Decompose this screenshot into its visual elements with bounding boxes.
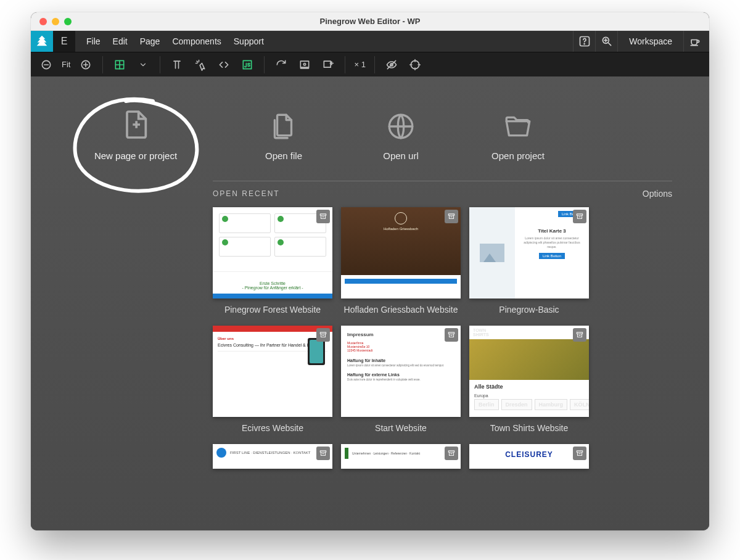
recent-card[interactable]: Hofladen Griessbach Hofladen Griessbach …: [341, 207, 461, 315]
recent-card[interactable]: Unternehmen · Leistungen · Referenzen · …: [341, 444, 461, 469]
open-project-action[interactable]: Open project: [481, 111, 555, 161]
svg-point-1: [584, 44, 585, 44]
zoom-out-button[interactable]: [38, 57, 54, 73]
menu-support[interactable]: Support: [234, 36, 264, 46]
menu-page[interactable]: Page: [140, 36, 160, 46]
project-badge-icon: [445, 328, 458, 342]
grid-toggle-button[interactable]: [112, 57, 128, 73]
archive-icon: [575, 449, 584, 458]
recent-card[interactable]: Erste Schritte- Pinegrow für Anfänger er…: [213, 207, 332, 315]
workspace-label: Workspace: [629, 36, 672, 46]
menu-file[interactable]: File: [86, 36, 101, 46]
recent-grid-row-3: FIRST LINE · DIENSTLEISTUNGEN · KONTAKT …: [213, 444, 672, 469]
refresh-button[interactable]: [273, 57, 289, 73]
separator: [345, 56, 345, 73]
titlebar: Pinegrow Web Editor - WP: [31, 12, 709, 31]
start-actions: New page or project Open file Open url O…: [31, 76, 709, 181]
window-title: Pinegrow Web Editor - WP: [31, 17, 709, 26]
zoom-button[interactable]: [595, 31, 617, 52]
pointer-click-icon: [194, 59, 207, 71]
archive-icon: [319, 331, 327, 339]
minus-circle-icon: [40, 59, 52, 71]
js-toggle-button[interactable]: [239, 57, 255, 73]
thumb-text: Berlin: [474, 399, 499, 410]
thumb-text: Europa: [469, 393, 589, 399]
thumb-text: Haftung für externe Links: [347, 373, 454, 377]
toolbar: Fit × 1: [31, 52, 709, 76]
preview-button[interactable]: [297, 57, 313, 73]
multiplier-label[interactable]: × 1: [354, 60, 365, 69]
target-button[interactable]: [407, 57, 423, 73]
open-url-label: Open url: [383, 150, 419, 161]
grid-dropdown-button[interactable]: [135, 57, 151, 73]
js-icon: [241, 59, 253, 71]
recent-title: OPEN RECENT: [213, 189, 280, 198]
code-tool-button[interactable]: [216, 57, 232, 73]
text-tool-button[interactable]: [169, 57, 185, 73]
thumb-text: Hamburg: [535, 399, 568, 410]
plus-circle-icon: [80, 59, 92, 71]
menu-items: File Edit Page Components Support: [75, 31, 275, 52]
svg-rect-9: [324, 61, 331, 67]
recent-thumbnail: Hofladen Griessbach: [341, 207, 461, 299]
recent-card[interactable]: TOWNSHIRTS Alle Städte Europa BerlinDres…: [469, 326, 589, 433]
recent-section: OPEN RECENT Options Erste Schritte- Pine…: [31, 181, 709, 481]
recent-card-label: Town Shirts Website: [490, 423, 569, 433]
magnifier-plus-icon: [601, 35, 613, 47]
recent-thumbnail: Über unsEcivres Consulting — Ihr Partner…: [213, 326, 332, 417]
thumb-text: Erste Schritte: [260, 281, 286, 286]
recent-options-button[interactable]: Options: [643, 189, 672, 199]
recent-thumbnail: Erste Schritte- Pinegrow für Anfänger er…: [213, 207, 332, 299]
recent-thumbnail: TOWNSHIRTS Alle Städte Europa BerlinDres…: [469, 326, 589, 417]
project-badge-icon: [316, 210, 330, 223]
thumb-text: CLEISUREY: [469, 444, 589, 459]
workspace-button[interactable]: Workspace: [617, 31, 683, 52]
files-icon: [268, 111, 299, 142]
thumb-text: Link Button: [539, 253, 565, 259]
menu-components[interactable]: Components: [172, 36, 221, 46]
recent-card-label: Pinegrow-Basic: [499, 305, 559, 315]
thumb-text: Impressum: [347, 332, 454, 337]
recent-header: OPEN RECENT Options: [213, 181, 672, 199]
open-url-action[interactable]: Open url: [364, 111, 438, 161]
recent-card-label: Ecivres Website: [242, 423, 303, 433]
visibility-toggle-button[interactable]: [384, 57, 400, 73]
archive-icon: [447, 449, 456, 458]
app-window: Pinegrow Web Editor - WP E File Edit Pag…: [31, 12, 709, 530]
help-button[interactable]: [573, 31, 595, 52]
recent-card[interactable]: Über unsEcivres Consulting — Ihr Partner…: [213, 326, 332, 433]
click-tool-button[interactable]: [192, 57, 208, 73]
add-viewport-button[interactable]: [320, 57, 336, 73]
brand-logo[interactable]: [31, 31, 53, 52]
recent-card[interactable]: CLEISUREY: [469, 444, 589, 469]
project-badge-icon: [573, 328, 586, 342]
recent-thumbnail: FIRST LINE · DIENSTLEISTUNGEN · KONTAKT: [213, 444, 332, 469]
zoom-in-button[interactable]: [78, 57, 94, 73]
thumb-text: Alle Städte: [469, 380, 589, 393]
thumb-text: Haftung für Inhalte: [347, 358, 454, 363]
menubar-right: Workspace: [573, 31, 709, 52]
recent-card-label: Pinegrow Forest Website: [224, 305, 321, 315]
separator: [160, 56, 160, 73]
recent-card[interactable]: FIRST LINE · DIENSTLEISTUNGEN · KONTAKT: [213, 444, 332, 469]
recent-thumbnail: Unternehmen · Leistungen · Referenzen · …: [341, 444, 461, 469]
project-badge-icon: [573, 447, 586, 460]
thumb-text: Dresden: [501, 399, 532, 410]
recent-card-label: Start Website: [375, 423, 427, 433]
project-badge-icon: [445, 447, 458, 460]
new-page-action[interactable]: New page or project: [68, 107, 204, 161]
separator: [264, 56, 265, 73]
recent-card[interactable]: Link ButtonTitel Karte 3Lorem ipsum dolo…: [469, 207, 589, 315]
thumb-text: Titel Karte 3: [520, 228, 584, 234]
open-file-action[interactable]: Open file: [247, 111, 321, 161]
menu-edit[interactable]: Edit: [113, 36, 128, 46]
editor-mode-button[interactable]: E: [53, 31, 75, 52]
fit-label[interactable]: Fit: [62, 60, 70, 69]
help-icon: [578, 35, 591, 47]
recent-card[interactable]: Impressum MusterfirmaMusterstraße 101234…: [341, 326, 461, 433]
archive-icon: [447, 212, 456, 221]
recent-grid: Erste Schritte- Pinegrow für Anfänger er…: [213, 207, 672, 433]
coffee-button[interactable]: [683, 31, 705, 52]
svg-rect-7: [301, 61, 309, 67]
project-badge-icon: [445, 210, 458, 223]
